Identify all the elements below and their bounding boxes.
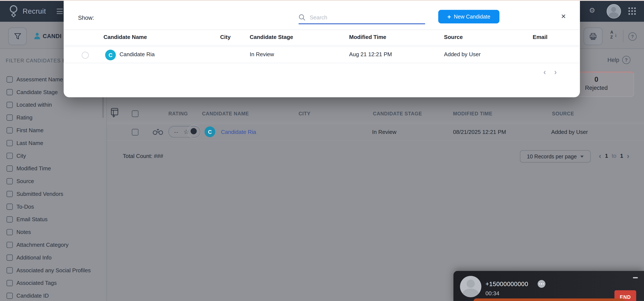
column-header-source[interactable]: SOURCE xyxy=(552,111,574,117)
help-link[interactable]: Help ? xyxy=(607,56,630,64)
caret-down-icon xyxy=(580,155,584,158)
user-avatar[interactable] xyxy=(606,4,621,18)
row-checkbox[interactable] xyxy=(132,129,138,136)
candidate-avatar[interactable]: C xyxy=(204,126,215,137)
column-header-candidate-stage[interactable]: CANDIDATE STAGE xyxy=(373,111,422,117)
filter-item-rating[interactable]: Rating xyxy=(6,111,101,124)
candidates-person-icon xyxy=(34,32,41,40)
status-dot[interactable] xyxy=(190,128,197,134)
modal-col-candidate-name[interactable]: Candidate Name xyxy=(104,34,147,40)
call-notes-bubble-icon[interactable] xyxy=(538,280,546,288)
records-per-page-dropdown[interactable]: 10 Records per page xyxy=(520,150,591,163)
checkbox[interactable] xyxy=(6,89,13,95)
modal-search[interactable] xyxy=(298,11,425,24)
filter-item-modified-time[interactable]: Modified Time xyxy=(6,162,101,175)
row-radio-button[interactable] xyxy=(82,52,89,59)
candidate-name-link[interactable]: Candidate Ria xyxy=(221,129,256,135)
candidate-name-link[interactable]: Candidate Ria xyxy=(120,51,154,57)
checkbox[interactable] xyxy=(6,255,13,261)
source-value: Added by User xyxy=(444,51,481,57)
help-question-icon[interactable]: ? xyxy=(628,32,637,41)
checkbox[interactable] xyxy=(6,127,13,133)
checkbox[interactable] xyxy=(6,280,13,286)
new-candidate-button[interactable]: + New Candidate xyxy=(438,10,500,23)
page-separator: to xyxy=(612,153,616,159)
candidates-table-header: RATING CANDIDATE NAME CITY CANDIDATE STA… xyxy=(107,105,644,122)
module-selector[interactable]: CANDI xyxy=(34,32,62,40)
modal-table-header: Candidate Name City Candidate Stage Modi… xyxy=(64,30,580,45)
modal-col-source[interactable]: Source xyxy=(444,34,463,40)
modal-col-email[interactable]: Email xyxy=(532,34,547,40)
show-label: Show: xyxy=(78,14,94,21)
window-chrome-strip xyxy=(0,0,644,1)
modal-next-icon[interactable]: › xyxy=(554,68,557,77)
select-all-checkbox[interactable] xyxy=(132,110,138,117)
add-column-icon[interactable] xyxy=(110,107,120,118)
checkbox[interactable] xyxy=(6,178,13,184)
checkbox[interactable] xyxy=(6,76,13,83)
candidate-avatar[interactable]: C xyxy=(105,50,116,60)
filter-item-city[interactable]: City xyxy=(6,149,101,162)
checkbox[interactable] xyxy=(6,153,13,159)
avatar-body-shape xyxy=(462,289,479,297)
search-input[interactable] xyxy=(309,14,413,21)
filter-item-submitted-vendors[interactable]: Submitted Vendors xyxy=(6,188,101,200)
app-logo[interactable]: Recruit xyxy=(8,4,46,18)
filter-item-email-status[interactable]: Email Status xyxy=(6,213,101,226)
checkbox[interactable] xyxy=(6,229,13,235)
filter-item-candidate-id[interactable]: Candidate ID xyxy=(6,290,101,301)
sort-az-icon[interactable]: A Z ↓ xyxy=(610,30,618,42)
filter-item-additional-info[interactable]: Additional Info xyxy=(6,251,101,264)
page-prev-icon[interactable]: ‹ xyxy=(599,153,602,159)
filter-button[interactable] xyxy=(8,27,27,45)
checkbox[interactable] xyxy=(6,204,13,210)
filter-item-associated-tags[interactable]: Associated Tags xyxy=(6,277,101,290)
modified-time-value: 08/21/2025 12:21 PM xyxy=(453,129,506,135)
checkbox[interactable] xyxy=(6,114,13,121)
checkbox[interactable] xyxy=(6,191,13,197)
filter-item-first-name[interactable]: First Name xyxy=(6,124,101,137)
modal-col-modified-time[interactable]: Modified Time xyxy=(349,34,386,40)
column-header-candidate-name[interactable]: CANDIDATE NAME xyxy=(202,111,249,117)
close-icon[interactable]: ✕ xyxy=(559,12,568,21)
filter-item-attachment-category[interactable]: Attachment Category xyxy=(6,238,101,251)
call-duration: 00:34 xyxy=(486,290,500,296)
minimize-icon[interactable] xyxy=(633,277,638,279)
modal-col-candidate-stage[interactable]: Candidate Stage xyxy=(250,34,293,40)
print-button[interactable] xyxy=(584,27,602,45)
checkbox[interactable] xyxy=(6,140,13,146)
filter-sidebar-title: FILTER CANDIDATES B xyxy=(6,58,66,64)
column-header-modified-time[interactable]: MODIFIED TIME xyxy=(453,111,492,117)
app-grid-icon[interactable] xyxy=(628,7,636,15)
help-label: Help xyxy=(607,57,619,63)
checkbox[interactable] xyxy=(6,165,13,172)
filter-item-located-within[interactable]: Located within xyxy=(6,99,101,111)
filter-item-to-dos[interactable]: To-Dos xyxy=(6,200,101,213)
checkbox[interactable] xyxy=(6,267,13,273)
quick-view-glasses-icon[interactable] xyxy=(152,129,163,136)
checkbox[interactable] xyxy=(6,216,13,223)
menu-icon[interactable] xyxy=(57,8,63,15)
filter-item-source[interactable]: Source xyxy=(6,175,101,188)
total-count: Total Count: ### xyxy=(123,153,163,159)
checkbox[interactable] xyxy=(6,102,13,108)
avatar-head-shape xyxy=(466,280,475,288)
page-next-icon[interactable]: › xyxy=(627,153,630,159)
candidate-table-row[interactable]: -- ☆ C Candidate Ria In Review 08/21/202… xyxy=(107,124,644,141)
active-call-widget: +15000000000 00:34 END xyxy=(454,271,644,301)
settings-gear-icon[interactable]: ⚙ xyxy=(589,7,595,14)
page-to: 1 xyxy=(620,153,623,159)
column-header-rating[interactable]: RATING xyxy=(168,111,188,117)
modal-prev-icon[interactable]: ‹ xyxy=(543,68,546,77)
page-from: 1 xyxy=(605,153,608,159)
modal-col-city[interactable]: City xyxy=(220,34,231,40)
records-per-page-label: 10 Records per page xyxy=(527,153,577,159)
column-header-city[interactable]: CITY xyxy=(298,111,310,117)
modal-candidate-row[interactable]: C Candidate Ria In Review Aug 21 12:21 P… xyxy=(64,47,580,63)
checkbox[interactable] xyxy=(6,242,13,248)
candidates-lookup-modal: Show: + New Candidate ✕ Candidate Name C… xyxy=(64,0,580,97)
checkbox[interactable] xyxy=(6,293,13,299)
filter-item-associated-any-social-profiles[interactable]: Associated any Social Profiles xyxy=(6,264,101,277)
filter-item-notes[interactable]: Notes xyxy=(6,226,101,239)
filter-item-last-name[interactable]: Last Name xyxy=(6,137,101,149)
